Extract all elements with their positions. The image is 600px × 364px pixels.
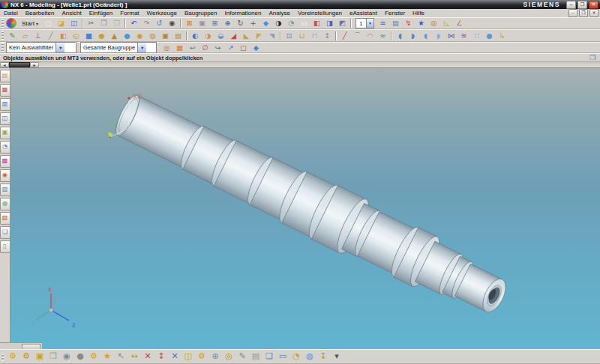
menu-bearbeiten[interactable]: Bearbeiten (22, 9, 58, 17)
datum-target-button[interactable]: ↳ (496, 30, 508, 42)
toolbar-grip[interactable] (2, 43, 4, 52)
eassistant-new-calc-button[interactable]: ★ (100, 350, 114, 363)
mirror-feature-button[interactable]: ⋈ (445, 30, 458, 42)
studio-spline-button[interactable]: ≈ (376, 30, 389, 42)
datum-csys-button[interactable]: ⊥ (32, 30, 44, 42)
constraint-navigator-tab[interactable]: ▦ (0, 84, 10, 97)
measure-angle-button[interactable]: ∠ (453, 17, 466, 29)
thicken-button[interactable]: ⊓ (308, 30, 321, 42)
graphics-window[interactable]: XC X Y Z (10, 68, 600, 349)
deselect-all-button[interactable]: ∅ (199, 42, 212, 54)
fillet-button[interactable]: ◠ (364, 30, 376, 42)
clip-section-button[interactable]: ◧ (310, 17, 323, 29)
cylinder-button[interactable]: ● (95, 30, 108, 42)
redo-button[interactable]: ↷ (140, 17, 153, 29)
pocket-button[interactable]: ▣ (159, 30, 172, 42)
edit-section-button[interactable]: ◨ (323, 17, 336, 29)
variational-sweep-button[interactable]: ◗ (406, 30, 419, 42)
shaded-view-button[interactable]: ◆ (260, 17, 272, 29)
hole-button[interactable]: ◉ (134, 30, 146, 42)
snap-point-button[interactable]: ◎ (428, 17, 440, 29)
scenes-tab[interactable]: ▨ (0, 183, 10, 196)
subtract-button[interactable]: ◑ (202, 30, 214, 42)
copy-button[interactable]: ❐ (98, 17, 110, 29)
pan-view-button[interactable]: + (247, 17, 260, 29)
eassistant-fit-button[interactable]: ✕ (168, 350, 182, 363)
measure-distance-button[interactable]: ◺ (440, 17, 453, 29)
previous-selection-button[interactable]: ↩ (186, 42, 199, 54)
face-analysis-button[interactable]: ◔ (285, 17, 298, 29)
menu-einfuegen[interactable]: Einfügen (86, 9, 117, 17)
history-tab[interactable]: ◔ (0, 141, 10, 154)
undo-button[interactable]: ↶ (128, 17, 140, 29)
eassistant-panel-button[interactable]: ▭ (276, 350, 290, 363)
menu-informationen[interactable]: Informationen (220, 9, 265, 17)
menu-fenster[interactable]: Fenster (381, 9, 409, 17)
eassistant-search-button[interactable]: ◉ (60, 350, 74, 363)
eassistant-save-calc-button[interactable]: ◫ (182, 350, 195, 363)
wcs-dynamics-button[interactable]: ★ (415, 17, 428, 29)
styled-sweep-button[interactable]: ◖ (419, 30, 432, 42)
menu-baugruppen[interactable]: Baugruppen (181, 9, 221, 17)
eassistant-image-button[interactable]: ▣ (33, 350, 46, 363)
reuse-library-tab[interactable]: ◫ (0, 112, 10, 125)
zoom-in-button[interactable]: ⊕ (221, 17, 234, 29)
menu-format[interactable]: Format (116, 9, 142, 17)
rectangle-select-button[interactable]: ▢ (237, 42, 250, 54)
palette-tab[interactable]: ▩ (0, 155, 10, 168)
render-style-button[interactable]: ◑ (272, 17, 285, 29)
assembly-navigator-tab[interactable]: ▤ (0, 70, 10, 82)
mdi-minimize-button[interactable]: – (568, 9, 578, 17)
show-hidden-edges-toggle[interactable]: ▦ (173, 42, 186, 54)
shell-button[interactable]: ⊔ (296, 30, 308, 42)
pattern-feature-button[interactable]: ∷ (470, 30, 483, 42)
menu-analyse[interactable]: Analyse (265, 9, 293, 17)
wcs-display-button[interactable]: ↯ (402, 17, 415, 29)
eassistant-copy-button[interactable]: ❐ (46, 350, 60, 363)
menu-eassistant[interactable]: eAssistant (346, 9, 381, 17)
eassistant-move-button[interactable]: ↔ (128, 350, 141, 363)
eassistant-swap-button[interactable]: ✕ (141, 350, 154, 363)
work-layer-combo[interactable]: 1▼ (356, 18, 374, 28)
new-file-button[interactable]: ▢ (42, 17, 55, 29)
materials-tab[interactable]: ▧ (0, 212, 10, 225)
swept-button[interactable]: ◖ (394, 30, 406, 42)
scale-body-button[interactable]: ↕ (321, 30, 334, 42)
eassistant-view-button[interactable]: ◍ (303, 350, 316, 363)
eassistant-profile-button[interactable]: ● (74, 350, 87, 363)
sphere-tool-button[interactable]: ● (483, 30, 496, 42)
scrollbar-track[interactable] (39, 62, 600, 67)
intersect-button[interactable]: ◒ (214, 30, 227, 42)
pad-button[interactable]: ▤ (172, 30, 184, 42)
start-menu-button[interactable]: Start ▾ (18, 17, 42, 29)
unite-button[interactable]: ◐ (189, 30, 202, 42)
datum-plane-button[interactable]: ▱ (19, 30, 32, 42)
menu-werkzeuge[interactable]: Werkzeuge (143, 9, 181, 17)
part-navigator-tab[interactable]: ▥ (0, 98, 10, 111)
patch-button[interactable]: ◤ (253, 30, 266, 42)
mdi-restore-button[interactable]: ❐ (579, 9, 588, 17)
repeat-command-button[interactable]: ↺ (153, 17, 166, 29)
menu-hilfe[interactable]: Hilfe (409, 9, 428, 17)
eassistant-gear-calc-button[interactable]: ⚙ (20, 350, 33, 363)
mdi-close-button[interactable]: ✕ (590, 9, 598, 17)
paste-button[interactable]: ❒ (110, 17, 123, 29)
background-color-button[interactable]: ▭ (298, 17, 310, 29)
trim-body-button[interactable]: ◢ (227, 30, 240, 42)
open-file-button[interactable]: ◪ (55, 17, 68, 29)
toolbar-grip[interactable] (2, 31, 4, 40)
menu-ansicht[interactable]: Ansicht (58, 9, 85, 17)
close-button[interactable]: ✕ (589, 1, 598, 9)
toolbar-grip[interactable] (2, 353, 4, 361)
help-panel-tab[interactable]: ▯ (0, 240, 10, 253)
fit-view-button[interactable]: ⊠ (183, 17, 196, 29)
eassistant-zoom-button[interactable]: ⊕ (208, 350, 222, 363)
extrude-button[interactable]: ◧ (57, 30, 70, 42)
menu-voreinstellungen[interactable]: Voreinstellungen (294, 9, 346, 17)
command-finder-button[interactable]: ◉ (166, 17, 178, 29)
minimize-button[interactable]: – (566, 1, 576, 9)
cut-button[interactable]: ✂ (85, 17, 98, 29)
eassistant-notes-button[interactable]: ▤ (249, 350, 262, 363)
snap-point-toggle[interactable]: ◎ (160, 42, 173, 54)
datum-axis-button[interactable]: ╱ (44, 30, 57, 42)
